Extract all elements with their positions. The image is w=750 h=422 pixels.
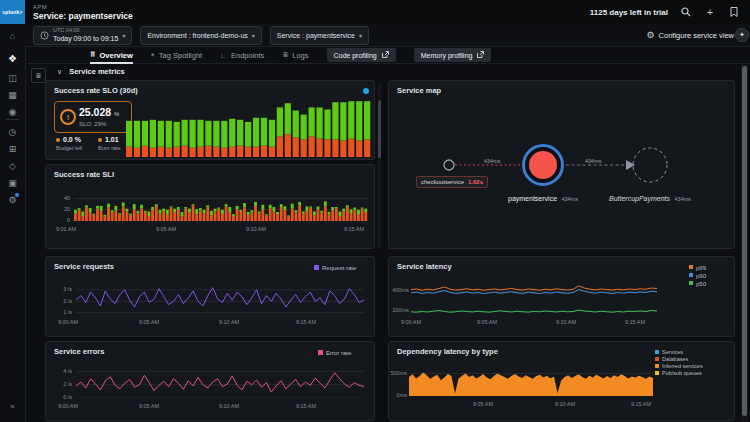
burnrate-label: Burn rate: [98, 146, 121, 152]
panel-title: Service latency: [397, 262, 452, 271]
y-tick: 0 /s: [54, 395, 72, 401]
service-metrics-section-toggle[interactable]: ∨ Service metrics: [57, 67, 125, 76]
x-tick: 9:05 AM: [468, 402, 498, 408]
dashboards-icon[interactable]: ▦: [0, 87, 25, 103]
page-scrollbar-thumb[interactable]: [742, 66, 747, 416]
error-duration-badge: 1.62s: [468, 179, 483, 185]
bookmark-icon[interactable]: [728, 6, 740, 18]
dependency-latency-panel: Dependency latency by type Services Data…: [388, 341, 735, 421]
service-node-paymentservice[interactable]: [522, 144, 564, 186]
memory-profiling-button[interactable]: Memory profiling: [414, 48, 492, 62]
alerts-icon[interactable]: ◷: [0, 124, 25, 140]
legend-label[interactable]: Inferred services: [662, 364, 703, 370]
add-icon[interactable]: +: [704, 6, 716, 18]
x-tick: 9:00 AM: [396, 320, 426, 326]
time-range-value: Today 09:00 to 09:15: [53, 35, 118, 42]
x-tick: 9:15 AM: [626, 402, 656, 408]
incidents-icon[interactable]: ⊞: [0, 141, 25, 157]
external-link-icon: [477, 51, 484, 59]
rum-icon[interactable]: ◉: [0, 104, 25, 120]
legend-swatch[interactable]: [655, 364, 659, 368]
configure-service-view-button[interactable]: ⚙ Configure service view: [646, 30, 734, 40]
code-profiling-button[interactable]: Code profiling: [327, 48, 396, 62]
slo-status-box[interactable]: ! 25.028 % SLO: 29%: [54, 101, 132, 133]
service-requests-panel: Service requests Request rate 3 /s 2 /s …: [45, 256, 375, 337]
timezone-label: UTC 04:00: [53, 28, 118, 34]
warning-icon: !: [60, 109, 76, 125]
legend-swatch[interactable]: [689, 273, 693, 277]
environment-dropdown[interactable]: Environment : frontend-demo-us ▾: [140, 26, 261, 45]
gear-icon: ⚙: [646, 30, 654, 40]
x-tick: 9:15 AM: [620, 320, 650, 326]
spotlight-icon: ⌖: [151, 51, 155, 59]
requests-line-chart[interactable]: [76, 283, 364, 315]
chevron-down-icon: ▾: [359, 32, 362, 39]
panel-title: Service errors: [54, 347, 104, 356]
clock-icon: [40, 26, 49, 44]
budget-value: 0.0 %: [63, 136, 81, 143]
search-icon[interactable]: [680, 6, 692, 18]
latency-line-chart[interactable]: [411, 283, 657, 316]
tab-tag-spotlight[interactable]: ⌖ Tag Spotlight: [151, 47, 202, 64]
tab-overview[interactable]: ⠿ Overview: [90, 47, 133, 64]
legend-label[interactable]: Pub/sub queues: [662, 371, 702, 377]
ai-assistant-button[interactable]: ✦: [735, 28, 749, 42]
sli-bar-chart[interactable]: [74, 193, 368, 221]
legend-swatch[interactable]: [314, 265, 319, 270]
service-node-checkoutservice[interactable]: checkoutservice 1.62s: [416, 176, 488, 188]
burnrate-dot: [98, 138, 102, 142]
sidebar-expand-button[interactable]: »: [0, 398, 25, 414]
trial-badge: 1125 days left in trial: [590, 8, 668, 17]
edge-latency-label: 434ms: [585, 158, 602, 164]
legend-label[interactable]: Databases: [662, 357, 688, 363]
panel-title: Success rate SLI: [54, 170, 114, 179]
logs-icon: ≣: [282, 51, 288, 59]
metrics-sidebar-toggle[interactable]: ≣: [31, 68, 46, 83]
legend-swatch[interactable]: [689, 281, 693, 285]
splunk-logo[interactable]: splunk>: [0, 0, 25, 24]
external-link-icon: [382, 51, 389, 59]
dependency-area-chart[interactable]: [409, 368, 653, 396]
node-label: ButtercupPayments: [609, 195, 670, 202]
legend-swatch[interactable]: [655, 357, 659, 361]
synthetics-icon[interactable]: ◇: [0, 158, 25, 174]
x-tick: 9:10 AM: [550, 402, 580, 408]
slo-bar-chart[interactable]: [126, 95, 372, 157]
panel-title: Success rate SLO (30d): [54, 86, 138, 95]
infrastructure-icon[interactable]: ◫: [0, 70, 25, 86]
chevron-down-icon: ∨: [57, 68, 62, 76]
legend-label[interactable]: p90: [696, 273, 706, 279]
home-icon[interactable]: ⌂: [0, 28, 25, 44]
legend-swatch[interactable]: [689, 265, 693, 269]
time-range-picker[interactable]: UTC 04:00 Today 09:00 to 09:15 ▾: [33, 26, 132, 45]
y-tick: 0ms: [389, 393, 407, 399]
burnrate-value: 1.01: [105, 136, 119, 143]
info-dot[interactable]: [363, 88, 369, 94]
legend-label[interactable]: Services: [662, 350, 683, 356]
y-tick: 500ms: [389, 371, 407, 377]
y-tick: 1 /s: [54, 310, 72, 316]
errors-line-chart[interactable]: [76, 368, 364, 398]
security-icon[interactable]: ▣: [0, 175, 25, 191]
apm-icon[interactable]: ❖: [0, 50, 25, 66]
settings-icon[interactable]: ⚙: [0, 192, 25, 208]
service-map-panel: Service map 434ms 434ms checkoutservice …: [388, 80, 735, 249]
legend-swatch[interactable]: [318, 350, 323, 355]
x-tick: 9:10 AM: [214, 320, 244, 326]
metrics-scrollbar-thumb[interactable]: [378, 100, 381, 158]
legend-label[interactable]: p99: [696, 265, 706, 271]
service-dropdown[interactable]: Service : paymentservice ▾: [270, 26, 369, 45]
legend-swatch[interactable]: [655, 371, 659, 375]
x-tick: 9:10 AM: [551, 320, 581, 326]
tab-logs[interactable]: ≣ Logs: [282, 47, 308, 64]
x-tick: 9:15 AM: [339, 227, 369, 233]
tab-endpoints[interactable]: ∟ Endpoints: [220, 47, 264, 64]
endpoints-icon: ∟: [220, 52, 227, 59]
legend-swatch[interactable]: [655, 350, 659, 354]
edge-latency-label: 434ms: [484, 158, 501, 164]
legend-label[interactable]: Error rate: [326, 350, 351, 356]
chevron-down-icon: ▾: [252, 32, 255, 39]
legend-label[interactable]: Request rate: [322, 265, 356, 271]
legend-label[interactable]: p50: [696, 281, 706, 287]
node-latency: 434ms: [675, 196, 692, 202]
